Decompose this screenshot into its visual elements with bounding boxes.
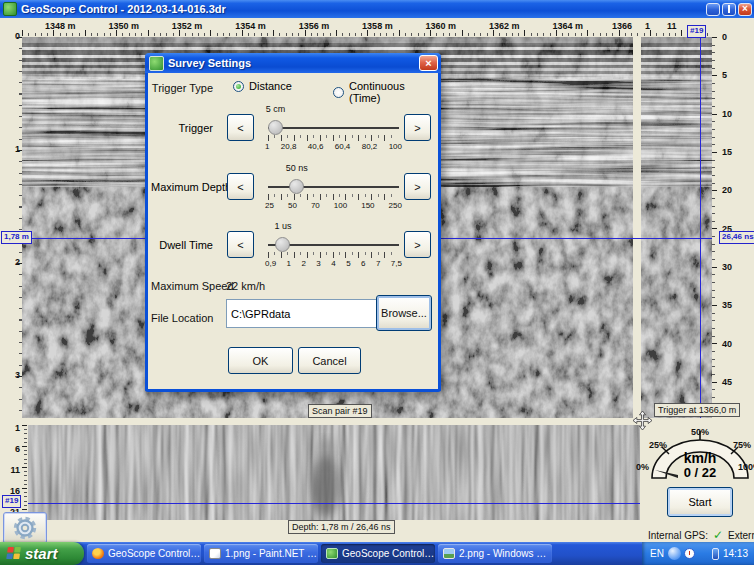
dialog-title: Survey Settings xyxy=(168,57,251,69)
slider-tick-label: 3 xyxy=(316,259,320,268)
slider-tick-label: 6 xyxy=(361,259,365,268)
cancel-button[interactable]: Cancel xyxy=(298,347,361,374)
slider-tick-label: 7,5 xyxy=(391,259,402,268)
taskbar-item[interactable]: 1.png - Paint.NET v3.... xyxy=(204,544,318,563)
bottom-radargram[interactable] xyxy=(28,425,640,520)
slider-decrement-button[interactable]: < xyxy=(227,231,254,258)
slider-tick-label: 25 xyxy=(265,201,274,210)
ok-button[interactable]: OK xyxy=(228,347,293,374)
slider-increment-button[interactable]: > xyxy=(404,173,431,200)
restore-icon xyxy=(728,5,730,13)
slider[interactable]: 50 ns 255070100150250 xyxy=(261,163,401,211)
top-ruler-ticks xyxy=(22,30,712,36)
dialog-icon xyxy=(149,56,164,71)
time-ruler-ticks xyxy=(712,37,717,418)
gauge-percent-label: 25% xyxy=(649,440,667,450)
slider-thumb[interactable] xyxy=(275,237,290,252)
ruler-label: 5 xyxy=(722,70,727,80)
ruler-label: 1 xyxy=(15,423,20,433)
slider-tickmarks xyxy=(268,194,397,200)
slider[interactable]: 1 us 0,912345677,5 xyxy=(261,221,401,269)
internal-gps-label: Internal GPS: xyxy=(648,530,708,541)
radio-icon[interactable] xyxy=(233,81,244,92)
slider-tick-label: 1 xyxy=(287,259,291,268)
settings-gear-button[interactable] xyxy=(3,512,47,544)
paint-icon xyxy=(209,548,221,559)
dialog-close-button[interactable]: × xyxy=(419,55,438,71)
close-button[interactable]: × xyxy=(738,3,752,16)
tray-clock-icon[interactable] xyxy=(684,548,695,559)
slider-thumb[interactable] xyxy=(289,179,304,194)
taskbar-item[interactable]: 2.png - Windows Pict... xyxy=(438,544,552,563)
slider-tick-label: 70 xyxy=(311,201,320,210)
slider-decrement-button[interactable]: < xyxy=(227,173,254,200)
window-titlebar[interactable]: GeoScope Control - 2012-03-14-016.3dr × xyxy=(0,0,754,18)
maximum-speed-value: 22 km/h xyxy=(226,280,265,292)
slider-tick-labels: 255070100150250 xyxy=(265,201,402,210)
dialog-titlebar[interactable]: Survey Settings × xyxy=(145,53,441,73)
file-location-input[interactable] xyxy=(226,299,380,328)
taskbar-item[interactable]: GeoScope Control - 2... xyxy=(321,544,435,563)
browse-button[interactable]: Browse... xyxy=(376,295,432,331)
tray-collapse-icon[interactable] xyxy=(668,547,681,560)
taskbar-item[interactable]: GeoScope Control - M... xyxy=(87,544,201,563)
slider-track[interactable] xyxy=(268,127,399,129)
slider-track[interactable] xyxy=(268,186,399,188)
language-indicator[interactable]: EN xyxy=(650,548,664,559)
scanpair-marker-label[interactable]: #19 xyxy=(2,495,21,508)
radio-label: Continuous (Time) xyxy=(349,80,438,104)
trigger-cursor-line[interactable] xyxy=(700,37,701,418)
trigger-type-option[interactable]: Continuous (Time) xyxy=(333,80,438,104)
slider-increment-button[interactable]: > xyxy=(404,231,431,258)
slider-tick-label: 50 xyxy=(288,201,297,210)
slider-increment-button[interactable]: > xyxy=(404,114,431,141)
start-survey-button[interactable]: Start xyxy=(667,487,733,517)
slider-thumb[interactable] xyxy=(268,120,283,135)
scan-marker-top[interactable]: #19 xyxy=(687,25,706,38)
picture-icon xyxy=(443,548,455,559)
ruler-label: 30 xyxy=(722,262,732,272)
tray-battery-icon[interactable] xyxy=(712,548,719,560)
slider-tick-labels: 120,840,660,480,2100 xyxy=(265,142,402,151)
scanpair-cursor-line[interactable] xyxy=(28,503,640,504)
slider-label: Maximum Depth xyxy=(151,181,213,193)
slider[interactable]: 5 cm 120,840,660,480,2100 xyxy=(261,104,401,152)
app-client-area: 1348 m1350 m1352 m1354 m1356 m1358 m1360… xyxy=(0,18,754,542)
ruler-label: 40 xyxy=(722,339,732,349)
taskbar: start GeoScope Control - M... 1.png - Pa… xyxy=(0,542,754,565)
taskbar-item-label: 1.png - Paint.NET v3.... xyxy=(225,548,318,559)
start-menu-button[interactable]: start xyxy=(0,542,84,565)
trigger-type-option[interactable]: Distance xyxy=(233,80,292,92)
scan-pair-label: Scan pair #19 xyxy=(308,404,372,418)
gauge-percent-label: 100% xyxy=(738,462,754,472)
taskbar-item-label: GeoScope Control - 2... xyxy=(342,548,435,559)
file-location-label: File Location xyxy=(151,312,213,324)
gear-icon xyxy=(11,514,39,542)
geoscope-app-icon xyxy=(3,2,17,16)
time-marker-label[interactable]: 26,46 ns xyxy=(719,231,754,244)
slider-tickmarks xyxy=(268,252,397,258)
slider-tick-label: 2 xyxy=(301,259,305,268)
slider-tick-label: 100 xyxy=(334,201,347,210)
slider-tick-label: 80,2 xyxy=(362,142,378,151)
taskbar-item-label: GeoScope Control - M... xyxy=(108,548,201,559)
depth-marker-label[interactable]: 1,78 m xyxy=(1,231,32,244)
scanpair-ruler-ticks xyxy=(22,425,27,520)
slider-tick-label: 7 xyxy=(376,259,380,268)
windows-logo-icon xyxy=(6,547,21,560)
slider-tick-label: 250 xyxy=(389,201,402,210)
ruler-label: 10 xyxy=(722,109,732,119)
tray-alert-icon[interactable] xyxy=(698,548,709,559)
taskbar-clock[interactable]: 14:13 xyxy=(723,548,748,559)
slider-tick-label: 4 xyxy=(331,259,335,268)
restore-button[interactable] xyxy=(722,3,736,16)
slider-tick-label: 1 xyxy=(265,142,269,151)
slider-decrement-button[interactable]: < xyxy=(227,114,254,141)
slider-label: Dwell Time xyxy=(151,239,213,251)
ruler-label: 6 xyxy=(15,444,20,454)
slider-tick-label: 0,9 xyxy=(265,259,276,268)
minimize-button[interactable] xyxy=(706,3,720,16)
slider-value: 50 ns xyxy=(286,163,308,173)
radio-icon[interactable] xyxy=(333,87,344,98)
trigger-type-label: Trigger Type xyxy=(151,82,213,94)
